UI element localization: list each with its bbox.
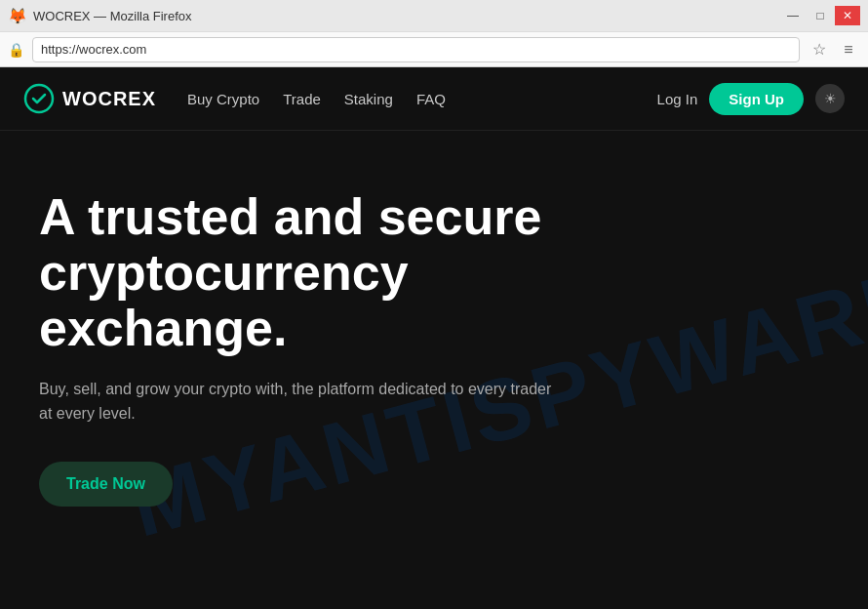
logo-area: WOCREX xyxy=(23,83,156,114)
address-bar: 🔒 https://wocrex.com ☆ ≡ xyxy=(0,31,868,66)
logo-text: WOCREX xyxy=(62,88,156,110)
logo-icon xyxy=(23,83,55,114)
nav-staking[interactable]: Staking xyxy=(344,91,393,107)
trade-now-button[interactable]: Trade Now xyxy=(39,462,173,507)
bookmark-button[interactable]: ☆ xyxy=(808,38,831,61)
firefox-icon: 🦊 xyxy=(8,7,25,24)
website-content: WOCREX Buy Crypto Trade Staking FAQ Log … xyxy=(0,67,868,609)
hero-section: MYANTISPYWARE.COM A trusted and secure c… xyxy=(0,131,868,609)
browser-title: WOCREX — Mozilla Firefox xyxy=(33,9,192,23)
security-icon: 🔒 xyxy=(8,42,24,58)
browser-chrome: 🦊 WOCREX — Mozilla Firefox — □ ✕ 🔒 https… xyxy=(0,0,868,67)
minimize-button[interactable]: — xyxy=(780,6,806,25)
nav-faq[interactable]: FAQ xyxy=(416,91,446,107)
nav-buy-crypto[interactable]: Buy Crypto xyxy=(187,91,259,107)
navbar-left: WOCREX Buy Crypto Trade Staking FAQ xyxy=(23,83,446,114)
svg-point-0 xyxy=(25,85,53,112)
url-input[interactable]: https://wocrex.com xyxy=(32,37,800,62)
title-bar-left: 🦊 WOCREX — Mozilla Firefox xyxy=(8,7,192,24)
close-button[interactable]: ✕ xyxy=(835,6,860,25)
navbar: WOCREX Buy Crypto Trade Staking FAQ Log … xyxy=(0,67,868,131)
navbar-right: Log In Sign Up ☀ xyxy=(657,83,845,115)
signup-button[interactable]: Sign Up xyxy=(709,83,804,115)
title-bar: 🦊 WOCREX — Mozilla Firefox — □ ✕ xyxy=(0,0,868,31)
toolbar-right: ☆ ≡ xyxy=(808,38,860,61)
nav-links: Buy Crypto Trade Staking FAQ xyxy=(187,91,446,107)
hero-subtitle: Buy, sell, and grow your crypto with, th… xyxy=(39,377,566,426)
hero-content: A trusted and secure cryptocurrency exch… xyxy=(39,189,566,507)
maximize-button[interactable]: □ xyxy=(808,6,833,25)
hero-title: A trusted and secure cryptocurrency exch… xyxy=(39,189,566,357)
window-controls: — □ ✕ xyxy=(780,6,860,25)
nav-trade[interactable]: Trade xyxy=(283,91,321,107)
menu-button[interactable]: ≡ xyxy=(837,38,860,61)
theme-toggle-button[interactable]: ☀ xyxy=(815,84,845,113)
login-button[interactable]: Log In xyxy=(657,91,698,107)
nav-icons: 🔒 xyxy=(8,42,24,58)
